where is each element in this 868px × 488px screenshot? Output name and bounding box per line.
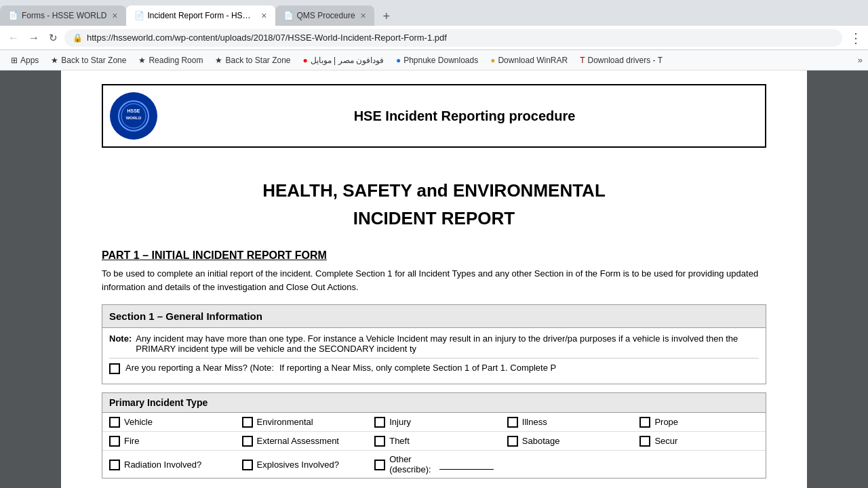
section1-note: Note: Any incident may have more than on… [109, 333, 759, 354]
url-bar[interactable]: 🔒 https://hsseworld.com/wp-content/uploa… [64, 29, 842, 47]
reading-room-icon: ★ [138, 56, 146, 65]
bookmark-winrar[interactable]: ● Download WinRAR [485, 54, 573, 66]
part1-description: To be used to complete an initial report… [102, 267, 766, 293]
page-content: HSSE WORLD HSE Incident Reporting proced… [0, 70, 868, 488]
tab-qms[interactable]: 📄 QMS Procedure × [275, 5, 374, 26]
hsse-logo-svg: HSSE WORLD [117, 99, 151, 133]
injury-label: Injury [389, 417, 411, 427]
part1-heading: PART 1 – INITIAL INCIDENT REPORT FORM [102, 249, 766, 262]
sabotage-label: Sabotage [522, 436, 560, 446]
bookmark-star-zone-1[interactable]: ★ Back to Star Zone [45, 54, 132, 66]
incident-type-radiation: Radiation Involved? [102, 451, 235, 478]
near-miss-checkbox[interactable] [109, 363, 120, 374]
secur-checkbox[interactable] [639, 436, 650, 447]
star-zone-2-icon: ★ [215, 56, 222, 65]
part1-rest: – INITIAL INCIDENT REPORT FORM [140, 249, 327, 261]
bookmark-download-drivers[interactable]: T Download drivers - T [574, 54, 668, 66]
illness-checkbox[interactable] [507, 417, 518, 428]
fire-checkbox[interactable] [109, 436, 120, 447]
pdf-body: HEALTH, SAFETY and ENVIRONMENTAL INCIDEN… [102, 153, 766, 488]
environmental-label: Environmental [257, 417, 313, 427]
main-title-line1: HEALTH, SAFETY and ENVIRONMENTAL [102, 180, 766, 201]
vehicle-label: Vehicle [124, 417, 153, 427]
incident-type-other: Other (describe): [368, 451, 500, 478]
hsse-logo: HSSE WORLD [110, 92, 157, 140]
tab-bar: 📄 Forms - HSSE WORLD × 📄 Incident Report… [0, 0, 868, 26]
bookmarks-bar: ⊞ Apps ★ Back to Star Zone ★ Reading Roo… [0, 50, 868, 70]
bookmarks-overflow-button[interactable]: » [858, 55, 863, 65]
tab-icon-3: 📄 [283, 11, 293, 20]
fire-label: Fire [124, 436, 139, 446]
primary-type-header: Primary Incident Type [102, 393, 766, 413]
incident-type-injury: Injury [368, 413, 500, 431]
tab-title-3: QMS Procedure [297, 11, 355, 20]
tab-icon-1: 📄 [8, 11, 18, 20]
winrar-icon: ● [490, 56, 495, 65]
tab-forms-hsse[interactable]: 📄 Forms - HSSE WORLD × [0, 5, 126, 26]
incident-type-illness: Illness [500, 413, 633, 431]
pdf-viewer: HSSE WORLD HSE Incident Reporting proced… [61, 70, 807, 488]
bookmark-star-zone-1-label: Back to Star Zone [61, 56, 126, 65]
injury-checkbox[interactable] [374, 417, 385, 428]
incident-type-row2: Fire External Assessment Theft Sabo [102, 432, 766, 451]
section1-note-text: Any incident may have more than one type… [136, 333, 759, 354]
bookmark-vodafone-label: فودافون مصر | موبايل [311, 56, 384, 65]
browser-window: 📄 Forms - HSSE WORLD × 📄 Incident Report… [0, 0, 868, 488]
environmental-checkbox[interactable] [242, 417, 253, 428]
external-checkbox[interactable] [242, 436, 253, 447]
phpnuke-icon: ● [396, 56, 401, 65]
vehicle-checkbox[interactable] [109, 417, 120, 428]
theft-checkbox[interactable] [374, 436, 385, 447]
other-input[interactable] [439, 459, 494, 470]
sabotage-checkbox[interactable] [507, 436, 518, 447]
tab-incident-report[interactable]: 📄 Incident Report Form - HSSE WO × [126, 5, 275, 26]
pdf-logo: HSSE WORLD [103, 85, 164, 146]
primary-incident-type-box: Primary Incident Type Vehicle Environmen… [102, 392, 766, 479]
incident-type-secur: Secur [633, 432, 766, 450]
bookmark-phpnuke[interactable]: ● Phpnuke Downloads [391, 54, 484, 66]
incident-type-vehicle: Vehicle [102, 413, 235, 431]
bookmark-star-zone-2[interactable]: ★ Back to Star Zone [210, 54, 296, 66]
bookmark-star-zone-2-label: Back to Star Zone [225, 56, 290, 65]
pdf-header: HSSE WORLD HSE Incident Reporting proced… [102, 84, 766, 148]
svg-text:WORLD: WORLD [126, 116, 142, 120]
bookmark-apps-label: Apps [20, 56, 39, 65]
near-miss-row: Are you reporting a Near Miss? (Note: If… [109, 358, 759, 378]
explosives-label: Explosives Involved? [257, 460, 339, 470]
new-tab-button[interactable]: + [377, 7, 396, 26]
explosives-checkbox[interactable] [242, 460, 253, 470]
browser-menu-button[interactable]: ⋮ [849, 30, 863, 46]
incident-type-prope: Prope [633, 413, 766, 431]
bookmark-winrar-label: Download WinRAR [498, 56, 568, 65]
incident-type-explosives: Explosives Involved? [235, 451, 368, 478]
bookmark-reading-room[interactable]: ★ Reading Room [133, 54, 208, 66]
other-checkbox[interactable] [374, 460, 385, 470]
incident-type-empty1 [500, 451, 633, 478]
bookmark-vodafone[interactable]: ● فودافون مصر | موبايل [298, 54, 389, 66]
vodafone-icon: ● [303, 56, 308, 65]
tab-close-1[interactable]: × [112, 10, 117, 21]
incident-type-empty2 [633, 451, 766, 478]
main-title-line2: INCIDENT REPORT [102, 208, 766, 229]
download-drivers-icon: T [580, 56, 585, 65]
bookmark-download-drivers-label: Download drivers - T [588, 56, 663, 65]
tab-close-2[interactable]: × [261, 10, 267, 21]
incident-type-row1: Vehicle Environmental Injury Illnes [102, 413, 766, 432]
incident-type-external: External Assessment [235, 432, 368, 450]
bookmark-apps[interactable]: ⊞ Apps [5, 54, 44, 66]
back-button[interactable]: ← [5, 29, 22, 47]
forward-button[interactable]: → [26, 29, 42, 47]
radiation-checkbox[interactable] [109, 460, 120, 470]
tab-close-3[interactable]: × [361, 10, 366, 21]
secur-label: Secur [654, 436, 677, 446]
section1-box: Section 1 – General Information Note: An… [102, 304, 766, 384]
tab-icon-2: 📄 [134, 11, 144, 20]
prope-checkbox[interactable] [639, 417, 650, 428]
part1-label: PART 1 [102, 249, 140, 261]
bookmark-reading-room-label: Reading Room [149, 56, 203, 65]
reload-button[interactable]: ↻ [46, 29, 60, 47]
lock-icon: 🔒 [73, 33, 83, 43]
star-zone-1-icon: ★ [51, 56, 58, 65]
bookmark-phpnuke-label: Phpnuke Downloads [403, 56, 478, 65]
apps-icon: ⊞ [11, 56, 18, 65]
